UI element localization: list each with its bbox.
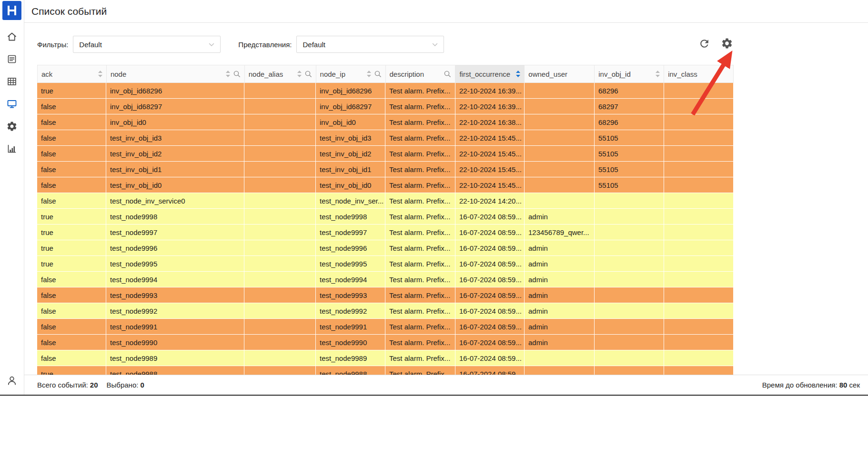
cell-owned_user (525, 83, 595, 98)
search-icon[interactable] (305, 71, 312, 78)
cell-node: test_node9997 (106, 225, 244, 240)
column-header-first_occurrence[interactable]: first_occurrence (455, 65, 525, 83)
cell-first_occurrence: 16-07-2024 08:59... (455, 225, 525, 240)
table-row[interactable]: falsetest_node9993test_node9993Test alar… (37, 287, 734, 303)
cell-inv_obj_id (595, 287, 664, 303)
status-counts: Всего событий: 20 Выбрано: 0 (37, 381, 144, 389)
table-row[interactable]: falsetest_node9992test_node9992Test alar… (37, 303, 734, 319)
column-header-node_ip[interactable]: node_ip (316, 65, 386, 83)
cell-ack: false (37, 114, 106, 130)
column-header-node_alias[interactable]: node_alias (245, 65, 316, 83)
column-header-ack[interactable]: ack (38, 65, 107, 83)
cell-first_occurrence: 16-07-2024 08:59... (455, 319, 525, 334)
table-row[interactable]: falsetest_node9989test_node9989Test alar… (37, 350, 734, 366)
sidebar-item-stats[interactable] (4, 142, 20, 157)
column-label: first_occurrence (459, 70, 510, 78)
list-icon (6, 53, 18, 67)
table-row[interactable]: falsetest_node9991test_node9991Test alar… (37, 319, 734, 335)
toolbar: Фильтры: Default Представления: Default (37, 36, 734, 53)
cell-node: inv_obj_id68297 (106, 99, 244, 114)
cell-description: Test alarm. Prefix... (385, 209, 455, 224)
chevron-down-icon (432, 40, 438, 49)
cell-node_ip: test_node9997 (316, 225, 385, 240)
table-row[interactable]: truetest_node9998test_node9998Test alarm… (37, 209, 734, 225)
search-icon[interactable] (444, 71, 451, 78)
cell-node: test_node9998 (106, 209, 244, 224)
table-row[interactable]: falseinv_obj_id0inv_obj_id0Test alarm. P… (37, 114, 734, 130)
cell-description: Test alarm. Prefix... (385, 287, 455, 303)
sidebar-item-home[interactable] (4, 30, 20, 45)
cell-node_ip: test_node9994 (316, 272, 385, 287)
table-row[interactable]: falsetest_node_inv_service0test_node_inv… (37, 193, 734, 209)
cell-description: Test alarm. Prefix... (385, 83, 455, 98)
cell-node_ip: test_inv_obj_id1 (316, 162, 385, 177)
sort-icon[interactable] (656, 71, 660, 77)
column-header-node[interactable]: node (107, 65, 245, 83)
selected-events-value: 0 (141, 381, 144, 389)
table-row[interactable]: falsetest_inv_obj_id3test_inv_obj_id3Tes… (37, 130, 734, 146)
cell-ack: false (37, 335, 106, 350)
sort-icon[interactable] (516, 71, 520, 77)
search-icon[interactable] (233, 71, 241, 78)
cell-owned_user: admin (525, 272, 595, 287)
sort-icon[interactable] (98, 71, 102, 77)
selected-events: Выбрано: 0 (107, 381, 144, 389)
table-row[interactable]: falsetest_node9994test_node9994Test alar… (37, 272, 734, 287)
table-row[interactable]: truetest_node9995test_node9995Test alarm… (37, 256, 734, 272)
table-row[interactable]: falsetest_inv_obj_id0test_inv_obj_id0Tes… (37, 177, 734, 193)
sidebar-item-table[interactable] (4, 75, 20, 90)
cell-inv_class (664, 350, 734, 366)
column-label: description (390, 70, 424, 78)
sidebar-item-monitor[interactable] (4, 97, 20, 112)
cell-ack: false (37, 162, 106, 177)
sidebar-item-settings[interactable] (4, 120, 20, 135)
cell-inv_obj_id (595, 225, 664, 240)
table-row[interactable]: falsetest_inv_obj_id1test_inv_obj_id1Tes… (37, 162, 734, 177)
table-row[interactable]: truetest_node9996test_node9996Test alarm… (37, 240, 734, 256)
cell-inv_obj_id: 55105 (595, 146, 664, 161)
cell-description: Test alarm. Prefix... (385, 256, 455, 271)
cell-first_occurrence: 22-10-2024 15:45... (455, 177, 525, 193)
cell-description: Test alarm. Prefix... (385, 162, 455, 177)
column-header-owned_user[interactable]: owned_user (525, 65, 595, 83)
cell-description: Test alarm. Prefix... (385, 146, 455, 161)
cell-node: test_node9990 (106, 335, 244, 350)
cell-first_occurrence: 22-10-2024 16:38... (455, 114, 525, 130)
table-settings-button[interactable] (720, 38, 734, 51)
cell-first_occurrence: 16-07-2024 08:59... (455, 303, 525, 318)
cell-node: test_inv_obj_id0 (106, 177, 244, 193)
table-row[interactable]: trueinv_obj_id68296inv_obj_id68296Test a… (37, 83, 734, 99)
table-row[interactable]: truetest_node9997test_node9997Test alarm… (37, 225, 734, 240)
cell-inv_obj_id (595, 256, 664, 271)
cell-inv_class (664, 162, 734, 177)
search-icon[interactable] (374, 71, 382, 78)
cell-node_alias (244, 225, 316, 240)
views-select[interactable]: Default (296, 36, 444, 53)
app-logo[interactable] (2, 1, 21, 20)
column-label: node_ip (320, 70, 345, 78)
gear-icon (721, 37, 733, 51)
sort-icon[interactable] (297, 71, 302, 77)
cell-inv_obj_id: 68296 (595, 114, 664, 130)
sort-icon[interactable] (367, 71, 371, 77)
cell-inv_class (664, 272, 734, 287)
cell-node: test_node9993 (106, 287, 244, 303)
table-row[interactable]: falsetest_node9990test_node9990Test alar… (37, 335, 734, 350)
sidebar-item-user[interactable] (4, 374, 20, 389)
table-row[interactable]: falsetest_inv_obj_id2test_inv_obj_id2Tes… (37, 146, 734, 162)
cell-node_alias (244, 146, 316, 161)
refresh-countdown-unit: сек (849, 381, 860, 389)
cell-description: Test alarm. Prefix... (385, 303, 455, 318)
sidebar-item-journal[interactable] (4, 52, 20, 68)
cell-inv_obj_id (595, 319, 664, 334)
cell-first_occurrence: 22-10-2024 14:20... (455, 193, 525, 208)
column-header-inv_class[interactable]: inv_class (664, 65, 734, 83)
filters-select[interactable]: Default (73, 36, 221, 53)
sort-icon[interactable] (226, 71, 230, 77)
column-header-description[interactable]: description (386, 65, 456, 83)
cell-owned_user (525, 193, 595, 208)
table-row[interactable]: truetest_node9988test_node9988Test alarm… (37, 366, 734, 375)
column-header-inv_obj_id[interactable]: inv_obj_id (595, 65, 664, 83)
table-row[interactable]: falseinv_obj_id68297inv_obj_id68297Test … (37, 99, 734, 114)
refresh-button[interactable] (697, 38, 711, 51)
